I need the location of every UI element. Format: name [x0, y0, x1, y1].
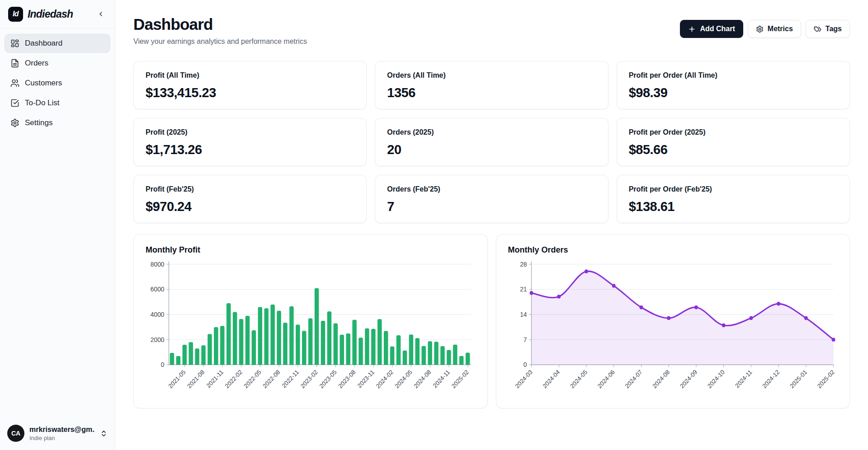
sidebar-item-settings[interactable]: Settings	[5, 113, 110, 132]
stat-label: Orders (2025)	[387, 128, 596, 136]
svg-text:2025-02: 2025-02	[450, 369, 470, 390]
stat-value: 7	[387, 199, 596, 214]
svg-text:2024-07: 2024-07	[623, 369, 643, 390]
sidebar-nav: Dashboard Orders Customers To-Do List Se…	[0, 28, 115, 138]
sidebar-item-dashboard[interactable]: Dashboard	[5, 34, 110, 53]
sidebar-item-customers[interactable]: Customers	[5, 74, 110, 93]
sidebar-item-label: Settings	[25, 118, 52, 127]
file-text-icon	[10, 59, 19, 68]
svg-text:2022-11: 2022-11	[281, 369, 300, 389]
stat-card-orders-all-time: Orders (All Time) 1356	[375, 61, 608, 109]
page-header: Dashboard View your earnings analytics a…	[133, 15, 850, 46]
svg-text:2024-12: 2024-12	[761, 369, 781, 390]
stat-card-profit-2025: Profit (2025) $1,713.26	[133, 118, 367, 166]
svg-text:2024-05: 2024-05	[569, 369, 589, 390]
stats-grid: Profit (All Time) $133,415.23 Orders (Al…	[133, 61, 850, 223]
svg-text:6000: 6000	[151, 286, 165, 293]
svg-text:2024-08: 2024-08	[413, 369, 433, 390]
header-actions: Add Chart Metrics Tags	[680, 20, 850, 38]
sidebar-item-todo-list[interactable]: To-Do List	[5, 94, 110, 112]
sidebar: Id Indiedash Dashboard Orders Customers …	[0, 0, 115, 450]
svg-text:2024-03: 2024-03	[514, 369, 533, 390]
page-heading-group: Dashboard View your earnings analytics a…	[133, 15, 307, 46]
sidebar-collapse-button[interactable]	[95, 8, 107, 20]
stat-card-profit-per-order-2025: Profit per Order (2025) $85.66	[617, 118, 850, 166]
metrics-button[interactable]: Metrics	[748, 20, 801, 38]
svg-text:0: 0	[523, 361, 527, 369]
sidebar-item-label: To-Do List	[25, 98, 60, 108]
svg-text:8000: 8000	[151, 260, 165, 268]
svg-text:2023-11: 2023-11	[356, 369, 376, 389]
svg-text:2024-06: 2024-06	[596, 369, 616, 390]
stat-label: Profit per Order (2025)	[629, 128, 838, 136]
tags-icon	[814, 25, 821, 33]
svg-text:0: 0	[161, 361, 165, 369]
svg-text:2021-05: 2021-05	[167, 369, 187, 390]
stat-card-orders-feb25: Orders (Feb'25) 7	[375, 175, 608, 223]
svg-text:2024-02: 2024-02	[375, 369, 395, 390]
stat-value: 1356	[387, 85, 596, 100]
svg-text:4000: 4000	[151, 310, 165, 318]
sidebar-item-orders[interactable]: Orders	[5, 54, 110, 73]
stat-value: $138.61	[629, 199, 838, 214]
stat-value: $98.39	[629, 85, 838, 100]
logo-row: Id Indiedash	[0, 0, 115, 28]
stat-label: Profit (All Time)	[146, 71, 354, 80]
chart-title: Monthly Orders	[508, 245, 838, 255]
stat-card-orders-2025: Orders (2025) 20	[375, 118, 608, 166]
check-square-icon	[10, 98, 19, 108]
svg-text:2023-05: 2023-05	[318, 369, 338, 390]
app-name: Indiedash	[28, 8, 73, 20]
stat-card-profit-per-order-all-time: Profit per Order (All Time) $98.39	[617, 61, 850, 109]
add-chart-label: Add Chart	[700, 25, 735, 33]
stat-label: Profit (2025)	[146, 128, 354, 136]
gear-icon	[10, 118, 19, 127]
monthly-profit-bar-chart: 020004000600080002021-052021-082021-1120…	[146, 258, 476, 401]
stat-value: $970.24	[146, 199, 354, 214]
svg-text:7: 7	[523, 336, 527, 343]
stat-label: Profit (Feb'25)	[146, 185, 354, 193]
stat-value: $1,713.26	[146, 142, 354, 157]
plus-icon	[688, 25, 696, 33]
svg-text:2024-05: 2024-05	[394, 369, 414, 390]
add-chart-button[interactable]: Add Chart	[680, 20, 743, 38]
user-plan-badge: Indie plan	[29, 435, 95, 441]
stat-value: 20	[387, 142, 596, 157]
users-icon	[10, 79, 19, 88]
sidebar-item-label: Customers	[25, 79, 62, 88]
svg-text:2024-09: 2024-09	[679, 369, 698, 390]
svg-text:2022-08: 2022-08	[261, 369, 281, 390]
svg-text:2024-08: 2024-08	[651, 369, 671, 390]
svg-text:2021-08: 2021-08	[186, 369, 206, 390]
svg-text:2025-02: 2025-02	[816, 369, 835, 390]
avatar: CA	[7, 425, 24, 442]
stat-label: Profit per Order (Feb'25)	[629, 185, 838, 193]
svg-text:14: 14	[520, 310, 527, 318]
main-content: Dashboard View your earnings analytics a…	[115, 0, 868, 450]
stat-card-profit-feb25: Profit (Feb'25) $970.24	[133, 175, 367, 223]
svg-text:2024-04: 2024-04	[541, 368, 561, 389]
charts-row: Monthly Profit 020004000600080002021-052…	[133, 234, 850, 408]
gear-icon	[756, 25, 764, 33]
account-menu-button[interactable]: CA mrkriswaters@gm... Indie plan	[0, 418, 115, 450]
stat-label: Orders (All Time)	[387, 71, 596, 80]
chart-title: Monthly Profit	[146, 245, 476, 255]
user-meta: mrkriswaters@gm... Indie plan	[29, 426, 95, 441]
sidebar-item-label: Orders	[25, 59, 48, 68]
tags-label: Tags	[826, 25, 842, 33]
svg-text:2023-08: 2023-08	[337, 369, 357, 390]
stat-card-profit-all-time: Profit (All Time) $133,415.23	[133, 61, 367, 109]
user-email: mrkriswaters@gm...	[29, 426, 95, 434]
svg-text:2024-11: 2024-11	[734, 369, 753, 389]
svg-text:2023-02: 2023-02	[299, 369, 319, 390]
svg-text:2022-05: 2022-05	[243, 369, 263, 390]
svg-text:2024-11: 2024-11	[432, 369, 451, 389]
svg-text:2024-10: 2024-10	[706, 369, 726, 390]
stat-value: $133,415.23	[146, 85, 354, 100]
svg-text:2025-01: 2025-01	[788, 369, 808, 390]
stat-card-profit-per-order-feb25: Profit per Order (Feb'25) $138.61	[617, 175, 850, 223]
dashboard-grid-icon	[10, 39, 19, 48]
tags-button[interactable]: Tags	[806, 20, 850, 38]
sidebar-item-label: Dashboard	[25, 39, 62, 48]
app-logo-icon: Id	[8, 7, 23, 22]
